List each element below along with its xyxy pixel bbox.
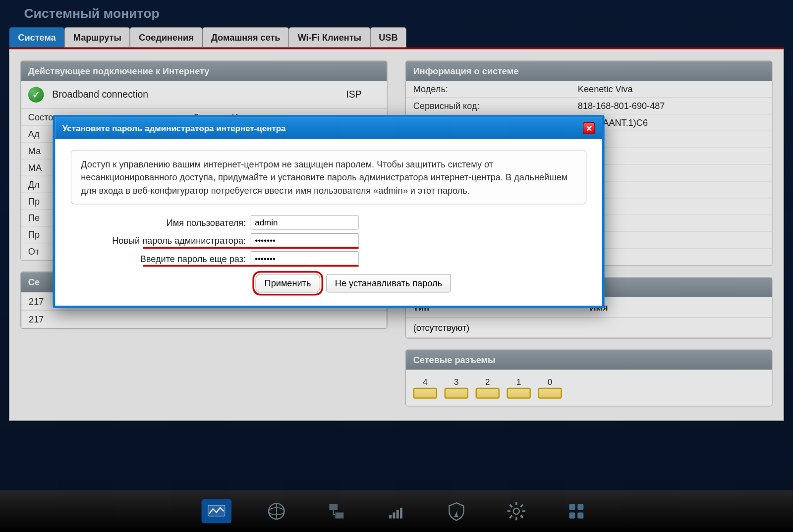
password-label: Новый пароль администратора: <box>71 235 251 246</box>
password-input[interactable] <box>251 233 359 248</box>
modal-buttons: Применить Не устанавливать пароль <box>71 274 587 293</box>
skip-password-button[interactable]: Не устанавливать пароль <box>326 274 451 293</box>
password-confirm-input[interactable] <box>251 251 359 266</box>
modal-info-text: Доступ к управлению вашим интернет-центр… <box>71 150 587 205</box>
username-row: Имя пользователя: <box>71 215 587 230</box>
close-icon[interactable]: ✕ <box>583 122 595 134</box>
username-label: Имя пользователя: <box>71 217 251 228</box>
modal-title: Установите пароль администратора интерне… <box>62 123 286 133</box>
password-modal: Установите пароль администратора интерне… <box>53 115 604 308</box>
username-input[interactable] <box>251 215 359 230</box>
password-row: Новый пароль администратора: <box>71 233 587 248</box>
password-confirm-row: Введите пароль еще раз: <box>71 251 587 266</box>
apply-button[interactable]: Применить <box>255 274 320 293</box>
modal-title-bar: Установите пароль администратора интерне… <box>55 117 602 139</box>
password-confirm-label: Введите пароль еще раз: <box>71 254 251 264</box>
